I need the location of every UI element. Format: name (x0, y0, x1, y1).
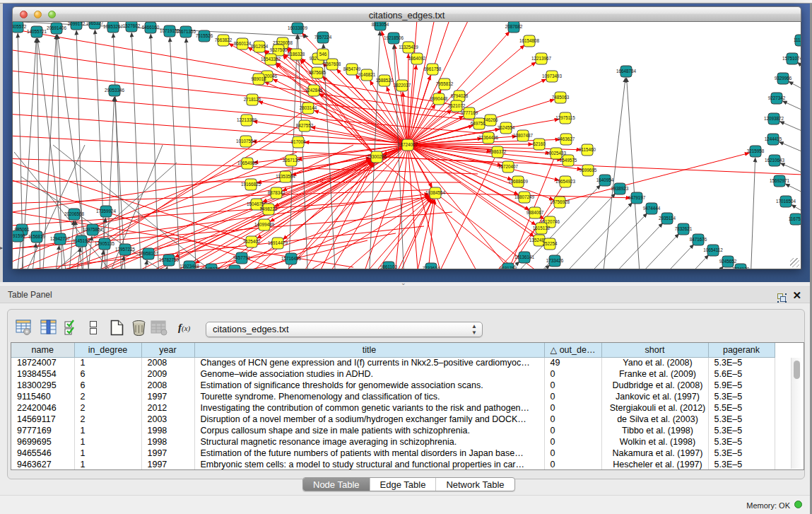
svg-text:3624554: 3624554 (498, 125, 515, 130)
svg-text:8186328: 8186328 (288, 52, 305, 57)
svg-text:10654112: 10654112 (703, 247, 723, 252)
svg-text:7857224: 7857224 (314, 35, 332, 40)
svg-text:19384554: 19384554 (425, 190, 446, 195)
svg-text:10807487: 10807487 (513, 133, 534, 138)
svg-text:11353594: 11353594 (276, 174, 295, 179)
svg-text:9474444: 9474444 (643, 206, 661, 211)
svg-text:15692971: 15692971 (770, 178, 790, 183)
svg-text:8471911: 8471911 (226, 268, 244, 269)
svg-text:15720407: 15720407 (498, 164, 519, 169)
svg-text:1527602: 1527602 (123, 23, 141, 28)
svg-text:62160: 62160 (533, 141, 546, 146)
svg-text:9115460: 9115460 (579, 147, 596, 152)
svg-text:6794028: 6794028 (451, 93, 469, 98)
svg-text:1244415: 1244415 (765, 136, 782, 141)
svg-text:12942737: 12942737 (50, 236, 71, 241)
svg-text:10853267: 10853267 (103, 24, 124, 29)
svg-text:19166825: 19166825 (241, 182, 261, 187)
svg-text:16648784: 16648784 (616, 69, 637, 74)
svg-text:20206568: 20206568 (64, 211, 85, 216)
svg-text:7734120: 7734120 (732, 267, 750, 269)
svg-text:7625402: 7625402 (243, 239, 261, 244)
svg-text:7832621: 7832621 (675, 226, 693, 231)
svg-text:1065327: 1065327 (86, 22, 104, 25)
svg-text:5498222: 5498222 (260, 206, 278, 211)
svg-text:11325419: 11325419 (399, 45, 418, 49)
svg-text:2803144: 2803144 (300, 105, 317, 110)
svg-text:16543382: 16543382 (261, 57, 281, 62)
svg-text:10975867: 10975867 (83, 227, 103, 232)
svg-text:15716485: 15716485 (281, 256, 302, 261)
svg-text:1588520: 1588520 (376, 78, 394, 83)
svg-text:1405572: 1405572 (13, 24, 27, 29)
svg-text:12213967: 12213967 (531, 56, 552, 61)
svg-text:17016504: 17016504 (776, 199, 796, 204)
svg-text:746266: 746266 (483, 117, 498, 122)
svg-text:8878342: 8878342 (268, 190, 286, 195)
svg-text:9329966: 9329966 (775, 76, 792, 81)
svg-text:9699695: 9699695 (579, 168, 597, 173)
svg-text:6479197: 6479197 (628, 195, 646, 200)
svg-text:1145194: 1145194 (73, 238, 90, 243)
svg-text:17957225: 17957225 (115, 247, 136, 252)
svg-text:9457791: 9457791 (233, 255, 251, 260)
svg-text:16914479: 16914479 (268, 240, 288, 245)
svg-text:391590: 391590 (13, 233, 25, 238)
svg-text:14055721: 14055721 (27, 29, 47, 34)
svg-text:9861103: 9861103 (380, 264, 398, 269)
svg-text:546: 546 (319, 52, 327, 57)
svg-text:12905135: 12905135 (95, 241, 115, 246)
svg-text:8938923: 8938923 (611, 186, 629, 191)
svg-text:8471676: 8471676 (690, 237, 707, 242)
svg-text:116753: 116753 (789, 216, 801, 221)
svg-text:16136141: 16136141 (514, 255, 535, 259)
svg-text:8660124: 8660124 (234, 41, 252, 46)
svg-text:6961758: 6961758 (424, 66, 442, 71)
svg-text:2718126: 2718126 (244, 97, 261, 102)
svg-text:2099172: 2099172 (68, 22, 86, 26)
svg-text:7733614: 7733614 (423, 266, 440, 269)
svg-text:9327500: 9327500 (270, 47, 288, 52)
svg-text:9227342: 9227342 (768, 95, 786, 100)
svg-text:1549575: 1549575 (560, 158, 577, 163)
svg-text:111209: 111209 (794, 37, 801, 42)
svg-text:1621072: 1621072 (448, 103, 466, 108)
svg-text:1156819: 1156819 (28, 234, 46, 239)
svg-text:2367608: 2367608 (324, 62, 341, 66)
svg-text:9884067: 9884067 (526, 210, 544, 215)
svg-text:16033809: 16033809 (288, 25, 308, 30)
svg-text:989018: 989018 (251, 76, 266, 81)
svg-text:3822037: 3822037 (394, 83, 411, 88)
svg-text:9777169: 9777169 (461, 110, 478, 115)
svg-text:20691406: 20691406 (47, 25, 67, 30)
svg-text:1733426: 1733426 (546, 258, 564, 263)
svg-text:9245652: 9245652 (719, 259, 737, 264)
svg-text:3875685: 3875685 (309, 70, 326, 75)
svg-text:8454749: 8454749 (343, 66, 361, 71)
svg-text:252254: 252254 (542, 241, 558, 246)
svg-text:2935114: 2935114 (659, 216, 676, 221)
svg-text:9242845: 9242845 (305, 88, 323, 93)
svg-text:917004: 917004 (290, 139, 306, 144)
svg-text:16154808: 16154808 (519, 38, 540, 43)
svg-text:19218506: 19218506 (384, 35, 404, 40)
svg-text:12975115: 12975115 (555, 115, 575, 120)
svg-text:7955812: 7955812 (436, 81, 454, 86)
svg-text:7986372: 7986372 (489, 149, 507, 154)
svg-text:3215958: 3215958 (747, 148, 765, 153)
svg-text:10654985: 10654985 (237, 160, 258, 165)
svg-text:10107554: 10107554 (236, 139, 257, 144)
svg-text:14099489: 14099489 (254, 222, 275, 227)
svg-text:29053346: 29053346 (105, 88, 125, 93)
svg-text:16210643: 16210643 (765, 158, 785, 163)
svg-text:16782759: 16782759 (159, 257, 180, 262)
svg-text:7515526: 7515526 (196, 33, 213, 38)
svg-text:7663822: 7663822 (215, 37, 233, 42)
svg-text:18807249: 18807249 (514, 194, 535, 199)
svg-text:2087682: 2087682 (505, 24, 523, 29)
svg-text:12213389: 12213389 (237, 117, 257, 122)
svg-text:10973493: 10973493 (542, 74, 563, 78)
svg-text:9146821: 9146821 (358, 72, 376, 77)
svg-text:9245072: 9245072 (203, 267, 220, 269)
svg-text:8813054: 8813054 (372, 22, 389, 27)
